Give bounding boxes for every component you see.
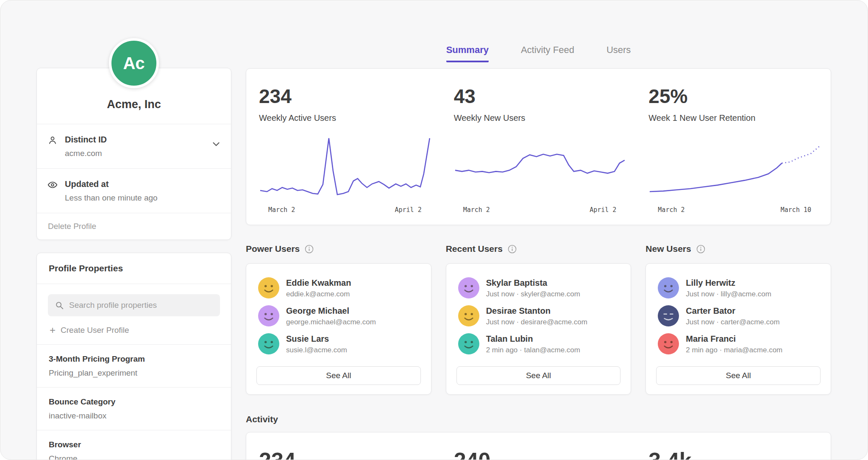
info-icon[interactable]: [508, 245, 517, 254]
property-row[interactable]: Bounce Category inactive-mailbox: [37, 388, 231, 430]
smiley-face-icon: [458, 277, 479, 298]
search-icon: [55, 301, 64, 310]
search-profile-properties[interactable]: [48, 294, 220, 316]
user-avatar: [658, 277, 679, 298]
tab-users[interactable]: Users: [606, 45, 631, 62]
smiley-face-icon: [658, 277, 679, 298]
info-icon[interactable]: [305, 245, 314, 254]
delete-profile-button[interactable]: Delete Profile: [37, 213, 231, 240]
metric-label: Weekly Active Users: [259, 113, 431, 123]
tab-summary[interactable]: Summary: [446, 45, 489, 62]
power-users-card: Eddie Kwakman eddie.k@acme.com George Mi…: [246, 263, 431, 395]
user-avatar: [658, 305, 679, 326]
user-detail: susie.l@acme.com: [286, 346, 347, 354]
app-window: Ac Acme, Inc Distinct ID acme.com: [0, 0, 868, 460]
person-icon: [47, 135, 58, 146]
axis-tick-right: April 2: [395, 206, 421, 214]
user-avatar: [658, 333, 679, 354]
axis-tick-right: April 2: [590, 206, 616, 214]
user-row[interactable]: Lilly Herwitz Just now · lilly@acme.com: [656, 274, 821, 302]
chevron-down-icon[interactable]: [211, 139, 222, 150]
user-name: Carter Bator: [686, 306, 779, 316]
summary-stats-card: 234 Weekly Active Users March 2 April 2 …: [246, 68, 831, 225]
activity-section-title: Activity: [246, 414, 831, 424]
user-name: Talan Lubin: [486, 334, 580, 344]
property-name: Bounce Category: [49, 397, 219, 407]
smiley-face-icon: [658, 333, 679, 354]
distinct-id-row[interactable]: Distinct ID acme.com: [37, 124, 231, 168]
user-avatar: [258, 333, 279, 354]
section-title: Recent Users: [446, 244, 503, 254]
user-avatar: [458, 305, 479, 326]
user-name: Susie Lars: [286, 334, 347, 344]
metric-label: Weekly New Users: [454, 113, 626, 123]
user-row[interactable]: George Michael george.michael@acme.com: [256, 302, 421, 330]
field-label: Updated at: [65, 179, 158, 189]
metric-label: Week 1 New User Retention: [648, 113, 821, 123]
property-row[interactable]: Browser Chrome: [37, 430, 231, 460]
user-avatar: [458, 333, 479, 354]
activity-stat: 3.4k: [648, 448, 821, 460]
user-name: Maria Franci: [686, 334, 782, 344]
user-detail: 2 min ago · maria@acme.com: [686, 346, 782, 354]
section-title: Power Users: [246, 244, 300, 254]
smiley-face-icon: [458, 305, 479, 326]
user-avatar: [258, 305, 279, 326]
axis-tick-right: March 10: [781, 206, 811, 214]
metric-value: 43: [454, 86, 626, 107]
tab-activity-feed[interactable]: Activity Feed: [521, 45, 574, 62]
week1-retention-chart: [648, 137, 821, 199]
user-row[interactable]: Skylar Baptista Just now · skyler@acme.c…: [456, 274, 621, 302]
property-value: Pricing_plan_experiment: [49, 368, 219, 378]
activity-stat: 240: [454, 448, 626, 460]
info-icon[interactable]: [696, 245, 705, 254]
section-new-users: New Users Lilly Herwitz Just: [645, 244, 831, 395]
weekly-new-users-chart: [454, 137, 626, 199]
profile-sidebar: Ac Acme, Inc Distinct ID acme.com: [36, 0, 231, 460]
property-value: Chrome: [49, 454, 219, 460]
profile-card: Acme, Inc Distinct ID acme.com: [36, 68, 231, 240]
main-content: Summary Activity Feed Users 234 Weekly A…: [246, 0, 831, 460]
user-avatar: [258, 277, 279, 298]
property-row[interactable]: 3-Month Pricing Program Pricing_plan_exp…: [37, 345, 231, 387]
smiley-face-icon: [258, 305, 279, 326]
user-detail: Just now · skyler@acme.com: [486, 290, 580, 298]
field-value: Less than one minute ago: [65, 193, 158, 203]
tab-bar: Summary Activity Feed Users: [246, 45, 831, 62]
user-row[interactable]: Maria Franci 2 min ago · maria@acme.com: [656, 330, 821, 358]
field-value: acme.com: [65, 148, 107, 158]
field-label: Distinct ID: [65, 134, 107, 145]
user-row[interactable]: Carter Bator Just now · carter@acme.com: [656, 302, 821, 330]
smiley-face-icon: [258, 333, 279, 354]
section-recent-users: Recent Users Skylar Baptista: [446, 244, 632, 395]
user-row[interactable]: Susie Lars susie.l@acme.com: [256, 330, 421, 358]
metric-weekly-new-users: 43 Weekly New Users March 2 April 2: [441, 69, 636, 225]
search-input[interactable]: [69, 301, 213, 310]
user-detail: george.michael@acme.com: [286, 318, 376, 326]
see-all-button[interactable]: See All: [256, 366, 421, 385]
user-row[interactable]: Desirae Stanton Just now · desirare@acme…: [456, 302, 621, 330]
user-detail: Just now · carter@acme.com: [686, 318, 779, 326]
user-detail: eddie.k@acme.com: [286, 290, 351, 298]
user-name: Desirae Stanton: [486, 306, 587, 316]
property-name: 3-Month Pricing Program: [49, 354, 219, 364]
plus-icon: +: [50, 326, 56, 335]
see-all-button[interactable]: See All: [656, 366, 821, 385]
user-name: Eddie Kwakman: [286, 278, 351, 288]
property-name: Browser: [49, 440, 219, 449]
section-title: New Users: [645, 244, 691, 254]
create-user-profile-button[interactable]: + Create User Profile: [48, 316, 220, 336]
metric-week1-retention: 25% Week 1 New User Retention March 2 Ma…: [636, 69, 831, 225]
user-row[interactable]: Eddie Kwakman eddie.k@acme.com: [256, 274, 421, 302]
see-all-button[interactable]: See All: [456, 366, 621, 385]
smiley-face-icon: [458, 333, 479, 354]
user-row[interactable]: Talan Lubin 2 min ago · talan@acme.com: [456, 330, 621, 358]
user-detail: 2 min ago · talan@acme.com: [486, 346, 580, 354]
new-users-card: Lilly Herwitz Just now · lilly@acme.com …: [645, 263, 831, 395]
user-name: Skylar Baptista: [486, 278, 580, 288]
weekly-active-users-chart: [259, 137, 431, 199]
axis-tick-left: March 2: [463, 206, 490, 214]
activity-stat: 234: [259, 448, 431, 460]
company-avatar: Ac: [109, 38, 159, 88]
property-value: inactive-mailbox: [49, 411, 219, 421]
